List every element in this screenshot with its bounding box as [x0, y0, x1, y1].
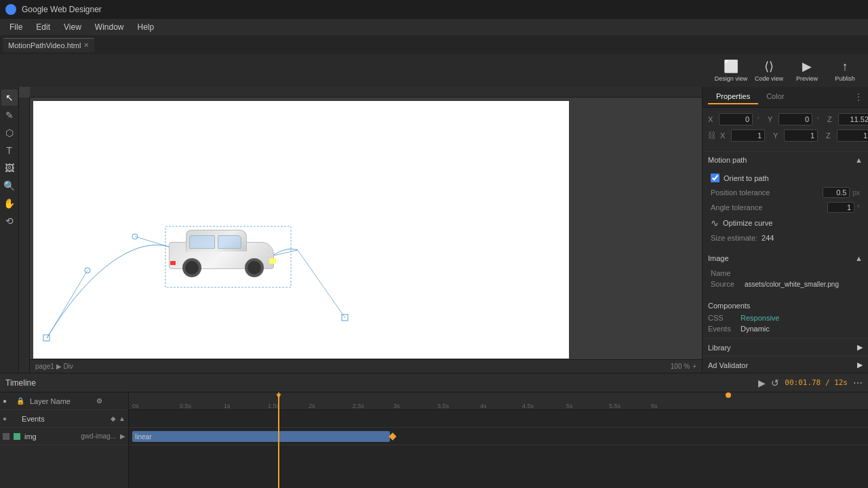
- sz-input[interactable]: [837, 129, 868, 142]
- publish-button[interactable]: ↑ Publish: [827, 56, 863, 85]
- events-vis-button[interactable]: ●: [3, 415, 7, 422]
- menu-window[interactable]: Window: [88, 21, 131, 33]
- optimize-curve-row: ∿ Optimize curve: [711, 215, 860, 231]
- timeline-options-button[interactable]: ⋯: [853, 378, 863, 388]
- svg-line-1: [135, 237, 169, 247]
- canvas[interactable]: [30, 98, 702, 359]
- source-value: assets/color_white_smaller.png: [745, 281, 839, 288]
- tab-motionpath[interactable]: MotionPathVideo.html ✕: [3, 38, 94, 52]
- preview-button[interactable]: ▶ Preview: [789, 56, 825, 85]
- motion-path-header[interactable]: Motion path ▲: [703, 152, 868, 168]
- tab-color[interactable]: Color: [758, 89, 792, 104]
- menu-help[interactable]: Help: [131, 21, 161, 33]
- play-button[interactable]: ▶: [758, 378, 766, 388]
- breadcrumb-page[interactable]: page1: [35, 363, 54, 370]
- app-title: Google Web Designer: [22, 5, 102, 14]
- name-label: Name: [711, 269, 745, 277]
- menu-file[interactable]: File: [3, 21, 29, 33]
- toolbar: ⬜ Design view ⟨⟩ Code view ▶ Preview ↑ P…: [0, 54, 868, 87]
- loop-button[interactable]: ↺: [771, 378, 779, 388]
- collapse-motion-path-icon[interactable]: ▲: [855, 156, 863, 164]
- z-input[interactable]: [838, 113, 868, 125]
- pen-tool[interactable]: ✎: [1, 107, 18, 123]
- css-row: CSS Responsive: [708, 314, 863, 322]
- design-view-button[interactable]: ⬜ Design view: [713, 56, 749, 85]
- ruler-55s: 5.5s: [609, 403, 620, 409]
- angle-tolerance-row: Angle tolerance °: [711, 200, 860, 215]
- image-tool[interactable]: 🖼: [1, 160, 18, 176]
- layer-name-col: Layer Name: [30, 397, 94, 405]
- image-section-header[interactable]: Image ▲: [703, 250, 868, 266]
- img-motion-icon[interactable]: ▶: [120, 432, 125, 440]
- keyframe-diamond[interactable]: [389, 432, 396, 440]
- orient-to-path-checkbox[interactable]: [711, 174, 719, 182]
- code-view-button[interactable]: ⟨⟩ Code view: [751, 56, 787, 85]
- timeline-header: Timeline ▶ ↺ 00:01.78 / 12s ⋯: [0, 373, 868, 392]
- svg-rect-6: [342, 314, 348, 321]
- text-tool[interactable]: T: [1, 142, 18, 159]
- motion-path-title: Motion path: [708, 156, 747, 164]
- events-layer-row: ● Events ◆ ▲: [0, 410, 128, 428]
- hand-tool[interactable]: ✋: [1, 195, 18, 211]
- y-input[interactable]: [778, 113, 812, 125]
- position-tolerance-input[interactable]: [823, 187, 850, 198]
- zoom-icon[interactable]: +: [692, 363, 696, 370]
- menu-edit[interactable]: Edit: [29, 21, 57, 33]
- settings-col: ⚙: [96, 397, 102, 405]
- img-track-row: linear: [129, 428, 868, 445]
- img-color-indicator: [14, 433, 20, 440]
- tab-close-button[interactable]: ✕: [83, 41, 89, 49]
- playhead-indicator: ▼: [275, 392, 283, 401]
- sx-input[interactable]: [731, 129, 765, 142]
- ad-validator-section[interactable]: Ad Validator ▶: [703, 357, 868, 373]
- transform-tool[interactable]: ⟲: [1, 213, 18, 229]
- position-tolerance-row: Position tolerance px: [711, 185, 860, 200]
- library-section[interactable]: Library ▶: [703, 339, 868, 357]
- events-value[interactable]: Dynamic: [741, 325, 770, 333]
- motion-path-body: Orient to path Position tolerance px Ang…: [703, 168, 868, 250]
- events-row: Events Dynamic: [708, 325, 863, 333]
- collapse-image-icon[interactable]: ▲: [855, 254, 863, 262]
- events-layer-name[interactable]: Events: [22, 415, 108, 423]
- scale-row: ⛓ X Y Z: [708, 129, 863, 142]
- shape-tool[interactable]: ⬡: [1, 125, 18, 141]
- main-layout: ↖ ✎ ⬡ T 🖼 🔍 ✋ ⟲: [0, 87, 868, 373]
- select-tool[interactable]: ↖: [1, 89, 18, 106]
- timeline-controls: ▶ ↺ 00:01.78 / 12s ⋯: [758, 378, 863, 388]
- tab-bar: MotionPathVideo.html ✕: [0, 35, 868, 54]
- svg-rect-4: [43, 335, 50, 341]
- position-row: X ° Y ° Z °: [708, 113, 863, 125]
- panel-options-icon[interactable]: ⋮: [854, 92, 863, 102]
- car-image[interactable]: [169, 230, 288, 287]
- orient-to-path-row: Orient to path: [711, 171, 860, 185]
- size-estimate-value: 244: [762, 234, 774, 242]
- img-vis-indicator: [3, 433, 9, 440]
- ad-validator-header: Ad Validator ▶: [708, 361, 863, 369]
- name-row: Name: [711, 269, 860, 277]
- playhead[interactable]: ▼: [278, 392, 279, 488]
- optimize-curve-label[interactable]: Optimize curve: [723, 219, 772, 227]
- menu-view[interactable]: View: [57, 21, 88, 33]
- svg-line-3: [298, 250, 345, 318]
- track-bar[interactable]: linear: [132, 431, 390, 442]
- tab-properties[interactable]: Properties: [708, 89, 758, 104]
- events-diamond-icon[interactable]: ◆: [111, 415, 116, 422]
- position-tolerance-unit: px: [852, 189, 860, 197]
- img-layer-name[interactable]: img: [24, 432, 78, 441]
- x-input[interactable]: [719, 113, 753, 125]
- breadcrumb-div[interactable]: Div: [63, 363, 73, 370]
- sy-input[interactable]: [784, 129, 818, 142]
- ruler-4s: 4s: [480, 403, 487, 409]
- canvas-container: page1 ▶ Div 100 % +: [19, 87, 702, 373]
- ruler-0s: 0s: [132, 403, 139, 409]
- canvas-inner: [33, 101, 569, 359]
- sx-label: X: [720, 131, 728, 140]
- events-label: Events: [708, 325, 735, 333]
- angle-tolerance-input[interactable]: [827, 202, 854, 213]
- design-view-label: Design view: [715, 75, 748, 82]
- zoom-tool[interactable]: 🔍: [1, 178, 18, 194]
- ruler-3s: 3s: [393, 403, 400, 409]
- z-label: Z: [827, 115, 835, 123]
- css-value[interactable]: Responsive: [741, 314, 779, 322]
- events-expand-icon[interactable]: ▲: [119, 415, 125, 422]
